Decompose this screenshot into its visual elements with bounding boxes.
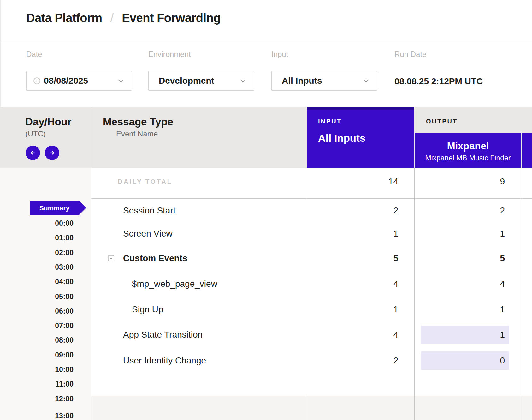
run-date-label: Run Date (394, 50, 426, 59)
event-forwarding-page: Data Platform / Event Forwarding Date 08… (0, 0, 532, 420)
hour-row-selector[interactable]: 03:00 (0, 262, 74, 272)
grid-line-day-hour (91, 107, 91, 420)
chevron-down-icon (239, 77, 247, 85)
next-day-button[interactable] (45, 146, 59, 160)
hour-row-selector[interactable]: 13:00 (0, 411, 74, 420)
event-row-input-value: 4 (307, 279, 398, 289)
environment-filter-label: Environment (148, 50, 191, 59)
event-row-input-value: 4 (307, 330, 398, 340)
hour-row-selector[interactable]: 06:00 (0, 306, 74, 316)
input-dropdown-value: All Inputs (282, 76, 322, 86)
message-type-column-subtitle: Event Name (116, 129, 158, 138)
date-dropdown[interactable]: 08/08/2025 (26, 71, 132, 91)
chevron-down-icon (117, 77, 125, 85)
hour-row-selector[interactable]: 07:00 (0, 321, 74, 330)
output-column-header[interactable]: Mixpanel Mixpanel MB Music Finder (415, 133, 521, 168)
output-column-subtitle: Mixpanel MB Music Finder (415, 154, 521, 162)
header-divider (0, 41, 532, 41)
input-column-header[interactable]: INPUT All Inputs (307, 107, 414, 168)
event-row-output-value: 0 (415, 356, 505, 366)
event-row-output-value: 5 (415, 253, 505, 263)
output-column-title: Mixpanel (415, 141, 521, 152)
event-row-output-value: 4 (415, 279, 505, 289)
event-row-output-value: 2 (415, 206, 505, 216)
chevron-down-icon (362, 77, 370, 85)
input-column-title: All Inputs (318, 132, 365, 144)
event-row-output-value: 1 (415, 330, 505, 340)
breadcrumb-section[interactable]: Data Platform (26, 11, 102, 25)
daily-total-label: DAILY TOTAL (118, 177, 172, 186)
event-row-input-value: 1 (307, 229, 398, 239)
arrow-left-icon (29, 149, 37, 157)
hour-row-selector[interactable]: 10:00 (0, 365, 74, 374)
event-row-output-value: 1 (415, 229, 505, 239)
input-column-top-strip (307, 107, 414, 110)
grid-line-output-right (521, 168, 521, 420)
daily-total-output-value: 9 (415, 177, 505, 187)
previous-day-button[interactable] (26, 146, 40, 160)
environment-dropdown-value: Development (159, 76, 214, 86)
day-hour-column-title: Day/Hour (25, 116, 72, 128)
minus-square-icon[interactable] (108, 255, 114, 261)
arrow-right-icon (48, 149, 56, 157)
event-row-input-value: 1 (307, 304, 398, 315)
hour-row-selector[interactable]: 05:00 (0, 292, 74, 301)
table-footer-zone (91, 396, 532, 420)
message-type-column-title: Message Type (103, 116, 173, 128)
hour-row-selector[interactable]: 08:00 (0, 335, 74, 345)
hour-row-selector[interactable]: 04:00 (0, 277, 74, 286)
hour-row-selector[interactable]: 09:00 (0, 350, 74, 360)
input-column-label: INPUT (318, 117, 342, 125)
daily-total-input-value: 14 (307, 177, 398, 187)
day-hour-column-subtitle: (UTC) (25, 129, 46, 138)
summary-badge-arrow (79, 201, 86, 215)
environment-dropdown[interactable]: Development (148, 71, 254, 91)
event-row-label: Sign Up (132, 304, 163, 315)
date-filter-label: Date (26, 50, 42, 59)
daily-total-divider (91, 198, 532, 199)
event-row-label: App State Transition (123, 330, 203, 340)
breadcrumb: Data Platform / Event Forwarding (26, 11, 221, 25)
run-date-value: 08.08.25 2:12PM UTC (394, 76, 483, 87)
event-row-input-value: 2 (307, 206, 398, 216)
input-filter-label: Input (271, 50, 288, 59)
summary-row-selector[interactable]: Summary (30, 201, 86, 215)
date-dropdown-value: 08/08/2025 (44, 76, 88, 86)
hour-row-selector[interactable]: 00:00 (0, 219, 74, 228)
page-title: Event Forwarding (122, 11, 221, 25)
event-row-input-value: 5 (307, 253, 398, 263)
summary-badge-label: Summary (30, 201, 79, 215)
breadcrumb-separator: / (110, 11, 114, 25)
next-output-column-partial[interactable] (522, 133, 532, 168)
event-row-label: Screen View (123, 229, 173, 239)
hour-row-selector[interactable]: 01:00 (0, 233, 74, 243)
event-row-label: User Identity Change (123, 356, 206, 366)
clock-icon (33, 77, 41, 85)
output-section-label: OUTPUT (426, 117, 458, 125)
event-row-label: Session Start (123, 206, 176, 216)
event-row-label: Custom Events (123, 253, 187, 263)
hour-row-selector[interactable]: 02:00 (0, 248, 74, 257)
input-dropdown[interactable]: All Inputs (271, 71, 377, 91)
hour-row-selector[interactable]: 12:00 (0, 394, 74, 404)
event-row-input-value: 2 (307, 356, 398, 366)
event-row-label: $mp_web_page_view (132, 279, 217, 289)
event-row-output-value: 1 (415, 304, 505, 315)
hour-row-selector[interactable]: 11:00 (0, 379, 74, 389)
